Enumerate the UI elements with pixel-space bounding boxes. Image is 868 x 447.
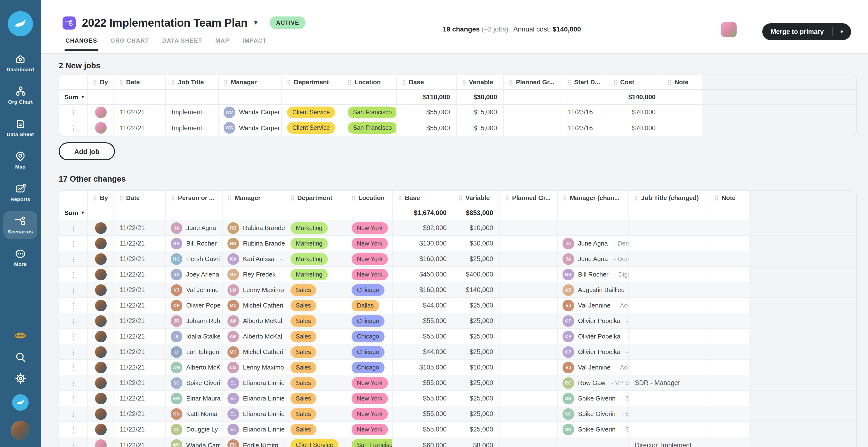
column-header[interactable]: Location [346,191,393,205]
column-header[interactable]: Planned Gr... [500,191,558,205]
column-header[interactable]: Manager (chan... [558,191,629,205]
row-menu-button[interactable]: ⋮ [59,120,88,136]
table-filler [749,375,856,390]
sum-toggle[interactable]: Sum▼ [59,205,88,220]
merge-dropdown-caret[interactable]: ▼ [833,29,851,34]
drag-handle-icon[interactable] [459,195,462,201]
person-avatar: AB [562,284,574,296]
sidebar-item-more[interactable]: More [0,241,41,274]
tab-org-chart[interactable]: ORG CHART [110,36,149,53]
row-menu-button[interactable]: ⋮ [59,391,88,406]
drag-handle-icon[interactable] [351,195,355,201]
table-row: ⋮11/22/21JAJune Agna-RBRubina BrandeMark… [59,220,856,236]
column-header[interactable]: By [88,191,114,205]
column-header[interactable]: Person or ... [166,191,223,205]
eye-icon[interactable] [14,330,26,341]
merge-to-primary-button[interactable]: Merge to primary ▼ [762,23,851,40]
drag-handle-icon[interactable] [567,79,571,85]
tab-map[interactable]: MAP [215,36,229,53]
drag-handle-icon[interactable] [509,79,513,85]
row-menu-button[interactable]: ⋮ [59,313,88,328]
tab-data-sheet[interactable]: DATA SHEET [162,36,202,53]
drag-handle-icon[interactable] [613,79,617,85]
row-menu-button[interactable]: ⋮ [59,298,88,313]
row-menu-button[interactable]: ⋮ [59,236,88,251]
sum-cost: $140,000 [608,90,662,104]
gear-icon[interactable] [15,373,26,384]
drag-handle-icon[interactable] [119,195,123,201]
row-menu-button[interactable]: ⋮ [59,282,88,297]
column-header[interactable]: Base [397,75,457,89]
person-avatar: KA [227,253,239,265]
drag-handle-icon[interactable] [171,195,175,201]
drag-handle-icon[interactable] [348,79,351,85]
drag-handle-icon[interactable] [171,79,175,85]
drag-handle-icon[interactable] [402,79,405,85]
drag-handle-icon[interactable] [93,79,96,85]
row-menu-button[interactable]: ⋮ [59,360,88,375]
drag-handle-icon[interactable] [287,79,290,85]
charthop-logo-small[interactable] [12,394,29,411]
row-menu-button[interactable]: ⋮ [59,267,88,282]
manager-cell: LMLenny Maximo [223,282,285,297]
sidebar-item-data-sheet[interactable]: Data Sheet [0,111,41,144]
sidebar-item-org-chart[interactable]: Org Chart [0,79,41,111]
row-menu-button[interactable]: ⋮ [59,105,88,119]
column-header[interactable]: Variable [457,75,504,89]
column-header[interactable]: Note [662,75,702,89]
column-header[interactable]: Note [709,191,749,205]
drag-handle-icon[interactable] [462,79,466,85]
sidebar-item-scenarios[interactable]: Scenarios [0,209,41,241]
column-header[interactable]: Date [114,191,166,205]
drag-handle-icon[interactable] [563,195,566,201]
sidebar-item-map[interactable]: Map [0,144,41,176]
drag-handle-icon[interactable] [505,195,509,201]
row-menu-button[interactable]: ⋮ [59,375,88,390]
column-header[interactable]: Manager [223,191,285,205]
column-header[interactable]: Planned Gr... [504,75,562,89]
drag-handle-icon[interactable] [228,195,231,201]
add-job-button[interactable]: Add job [59,142,115,160]
other-changes-table: ByDatePerson or ...ManagerDepartmentLoca… [59,190,857,447]
row-menu-button[interactable]: ⋮ [59,344,88,359]
sum-variable: $853,000 [454,205,500,220]
column-header[interactable]: Cost [608,75,662,89]
row-menu-button[interactable]: ⋮ [59,220,88,235]
column-header[interactable]: By [88,75,114,89]
charthop-logo[interactable] [8,11,33,36]
column-header[interactable]: Start D... [562,75,608,89]
base-cell: $105,000 [393,360,454,375]
location-cell-chip: San Francisco [348,106,397,118]
title-dropdown-caret[interactable]: ▼ [253,20,259,26]
sidebar-item-dashboard[interactable]: Dashboard [0,46,41,79]
drag-handle-icon[interactable] [668,79,671,85]
drag-handle-icon[interactable] [119,79,123,85]
column-header[interactable]: Manager [219,75,282,89]
drag-handle-icon[interactable] [224,79,227,85]
search-icon[interactable] [15,352,26,363]
column-header[interactable]: Job Title (changed) [629,191,709,205]
row-menu-button[interactable]: ⋮ [59,406,88,421]
column-header[interactable]: Location [342,75,397,89]
column-header[interactable]: Department [285,191,346,205]
column-header[interactable]: Base [393,191,454,205]
tab-changes[interactable]: CHANGES [65,36,97,53]
column-header[interactable]: Variable [454,191,500,205]
drag-handle-icon[interactable] [634,195,638,201]
column-header[interactable]: Department [282,75,342,89]
row-menu-button[interactable]: ⋮ [59,329,88,344]
column-header[interactable]: Job Title [166,75,219,89]
sidebar-item-reports[interactable]: Reports [0,176,41,209]
row-menu-button[interactable]: ⋮ [59,422,88,437]
sum-toggle[interactable]: Sum▼ [59,90,88,104]
row-menu-button[interactable]: ⋮ [59,251,88,266]
drag-handle-icon[interactable] [290,195,294,201]
plan-owner-avatar[interactable] [721,22,737,37]
drag-handle-icon[interactable] [398,195,402,201]
column-header[interactable]: Date [114,75,166,89]
row-menu-button[interactable]: ⋮ [59,437,88,447]
drag-handle-icon[interactable] [715,195,718,201]
user-avatar[interactable] [11,421,30,440]
drag-handle-icon[interactable] [93,195,96,201]
tab-impact[interactable]: IMPACT [243,36,267,53]
